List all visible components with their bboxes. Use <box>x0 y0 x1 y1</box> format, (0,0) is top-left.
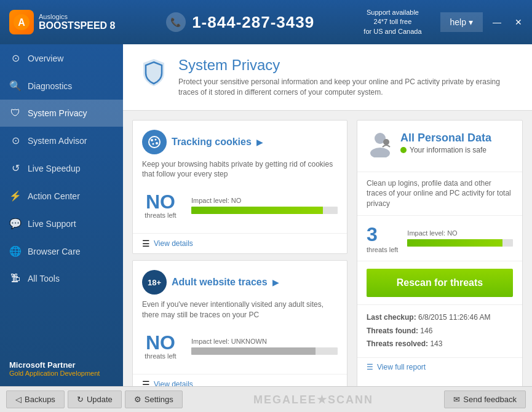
tracking-impact-fill <box>191 207 323 214</box>
threats-found-value: 146 <box>420 327 432 335</box>
tracking-threats-count: NO threats left <box>142 192 179 219</box>
help-button[interactable]: help ▾ <box>440 12 483 32</box>
threats-resolved-row: Threats resolved: 143 <box>367 338 513 351</box>
logo-area: A Auslogics BOOSTSPEED 8 <box>6 10 129 34</box>
backups-icon: ◁ <box>15 395 22 404</box>
settings-button[interactable]: ⚙ Settings <box>125 390 183 408</box>
adult-threats-count: NO threats left <box>142 333 179 360</box>
safe-text: Your information is safe <box>410 146 486 154</box>
product-name: BOOSTSPEED 8 <box>39 20 115 31</box>
ms-partner-sub: Gold Application Development <box>9 370 114 377</box>
last-checkup-value: 6/8/2015 11:26:46 AM <box>418 313 490 322</box>
threats-found-label: Threats found: <box>367 327 418 335</box>
svg-point-4 <box>155 138 157 140</box>
sidebar-item-live-support[interactable]: 💬 Live Support <box>0 210 123 237</box>
threats-found-row: Threats found: 146 <box>367 325 513 338</box>
adult-impact-bar <box>191 347 338 355</box>
feedback-icon: ✉ <box>453 395 460 404</box>
backups-button[interactable]: ◁ Backups <box>6 390 65 408</box>
tracking-view-details[interactable]: View details <box>154 239 193 248</box>
tracking-cookies-panel: Tracking cookies ▶ Keep your browsing ha… <box>132 120 347 255</box>
sidebar-item-action-center[interactable]: ⚡ Action Center <box>0 182 123 210</box>
main-layout: ⊙ Overview 🔍 Diagnostics 🛡 System Privac… <box>0 44 532 386</box>
tracking-cookies-title-row: Tracking cookies ▶ <box>142 130 338 154</box>
tracking-threats-section: NO threats left Impact level: NO <box>142 187 338 224</box>
action-center-icon: ⚡ <box>9 190 22 202</box>
tracking-cookies-inner: Tracking cookies ▶ Keep your browsing ha… <box>133 121 347 234</box>
safe-badge: Your information is safe <box>400 146 491 154</box>
sidebar-item-all-tools[interactable]: 🗜 All Tools <box>0 265 123 292</box>
sidebar-item-system-advisor[interactable]: ⊙ System Advisor <box>0 127 123 154</box>
phone-icon: 📞 <box>166 12 186 32</box>
tracking-cookies-label: Tracking cookies <box>172 137 252 148</box>
threats-resolved-value: 143 <box>430 339 442 348</box>
last-checkup-section: Last checkup: 6/8/2015 11:26:46 AM Threa… <box>357 304 522 357</box>
app-header: A Auslogics BOOSTSPEED 8 📞 1-844-287-343… <box>0 0 532 44</box>
full-report-link[interactable]: ☰ View full report <box>357 357 522 376</box>
svg-point-6 <box>153 143 154 145</box>
sidebar-item-system-privacy[interactable]: 🛡 System Privacy <box>0 100 123 127</box>
sidebar-bottom: Microsoft Partner Gold Application Devel… <box>0 351 123 386</box>
adult-impact-label: Impact level: UNKNOWN <box>191 338 338 345</box>
sidebar-label-overview: Overview <box>28 53 63 63</box>
update-button[interactable]: ↻ Update <box>68 390 122 408</box>
sidebar-nav: ⊙ Overview 🔍 Diagnostics 🛡 System Privac… <box>0 44 123 351</box>
app-footer: ◁ Backups ↻ Update ⚙ Settings MEGALEE★SC… <box>0 386 532 412</box>
minimize-button[interactable]: — <box>489 16 505 28</box>
browser-care-icon: 🌐 <box>9 245 22 257</box>
settings-label: Settings <box>145 395 173 404</box>
overview-icon: ⊙ <box>9 52 22 64</box>
logo-text: Auslogics BOOSTSPEED 8 <box>39 13 115 31</box>
rescan-button[interactable]: Rescan for threats <box>367 269 513 297</box>
adult-traces-desc: Even if you've never intentionally visit… <box>142 299 338 320</box>
right-threats-count: 3 threats left <box>367 223 398 253</box>
system-advisor-icon: ⊙ <box>9 135 22 146</box>
adult-threats-section: NO threats left Impact level: UNKNOWN <box>142 328 338 365</box>
right-threats-section: 3 threats left Impact level: NO <box>357 216 522 261</box>
update-label: Update <box>87 395 113 404</box>
sidebar-label-action-center: Action Center <box>28 191 80 201</box>
tracking-cookies-desc: Keep your browsing habits private by get… <box>142 159 338 180</box>
sidebar-item-browser-care[interactable]: 🌐 Browser Care <box>0 237 123 265</box>
adult-view-details[interactable]: View details <box>154 380 193 386</box>
page-title: System Privacy <box>178 57 517 74</box>
sidebar-label-live-speedup: Live Speedup <box>28 164 81 173</box>
close-button[interactable]: ✕ <box>511 16 526 28</box>
system-privacy-icon: 🛡 <box>9 108 22 119</box>
sidebar-item-live-speedup[interactable]: ↺ Live Speedup <box>0 154 123 182</box>
support-text: Support available24*7 toll freefor US an… <box>351 8 434 36</box>
svg-text:A: A <box>18 17 25 28</box>
right-impact-bar <box>407 239 513 247</box>
sidebar-item-overview[interactable]: ⊙ Overview <box>0 44 123 72</box>
content-body: Tracking cookies ▶ Keep your browsing ha… <box>123 111 532 386</box>
help-label: help <box>450 17 466 27</box>
tracking-impact-label: Impact level: NO <box>191 197 338 204</box>
last-checkup-row: Last checkup: 6/8/2015 11:26:46 AM <box>367 311 513 325</box>
svg-point-8 <box>370 148 390 157</box>
person-icon <box>367 130 394 157</box>
all-personal-title-text: All Personal Data Your information is sa… <box>400 132 491 155</box>
all-tools-icon: 🗜 <box>9 273 22 284</box>
feedback-button[interactable]: ✉ Send feedback <box>444 390 526 408</box>
left-panels: Tracking cookies ▶ Keep your browsing ha… <box>132 120 347 386</box>
sidebar-label-diagnostics: Diagnostics <box>28 81 72 91</box>
view-details-icon: ☰ <box>142 239 150 248</box>
svg-point-5 <box>156 142 158 145</box>
svg-point-3 <box>151 139 153 141</box>
sidebar-label-all-tools: All Tools <box>28 274 60 283</box>
brand-name: Auslogics <box>39 13 115 20</box>
phone-number: 1-844-287-3439 <box>192 13 314 32</box>
ms-partner-label: Microsoft Partner <box>9 360 114 370</box>
adult-traces-icon: 18+ <box>142 270 167 295</box>
adult-threats-number: NO <box>142 333 179 352</box>
right-impact-label: Impact level: NO <box>407 229 513 237</box>
svg-point-2 <box>149 137 160 148</box>
svg-point-9 <box>383 139 389 145</box>
threats-resolved-label: Threats resolved: <box>367 339 428 348</box>
all-personal-title-label: All Personal Data <box>400 132 491 145</box>
sidebar-label-system-advisor: System Advisor <box>28 136 87 146</box>
sidebar-label-browser-care: Browser Care <box>28 247 81 256</box>
page-header-icon <box>138 57 169 87</box>
sidebar-item-diagnostics[interactable]: 🔍 Diagnostics <box>0 72 123 100</box>
tracking-cookies-icon <box>142 130 167 154</box>
